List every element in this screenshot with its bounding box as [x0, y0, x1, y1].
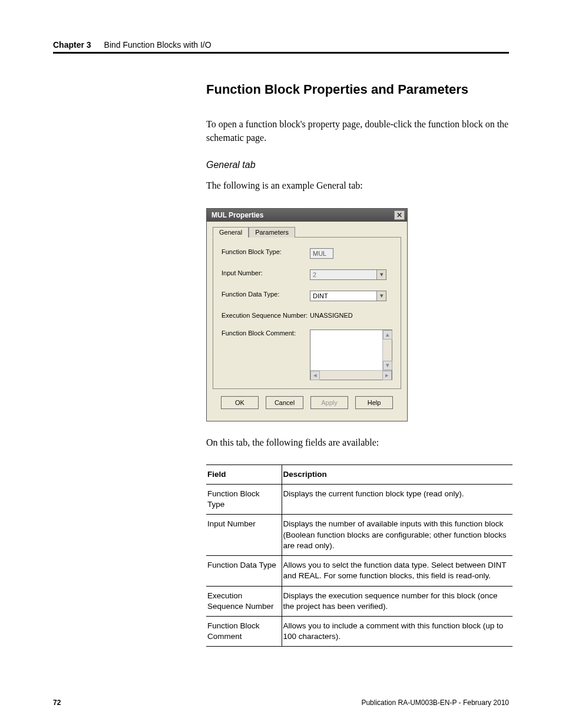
chevron-down-icon[interactable]: ▾ — [376, 291, 386, 301]
tab-parameters[interactable]: Parameters — [249, 227, 295, 238]
fields-table: Field Description Function Block Type Di… — [206, 465, 513, 647]
dialog-title: MUL Properties — [211, 211, 263, 219]
cell-desc: Allows you to include a comment with thi… — [282, 616, 513, 646]
help-button[interactable]: Help — [355, 396, 393, 409]
label-fn-data-type: Function Data Type: — [222, 291, 310, 298]
cell-field: Input Number — [206, 515, 282, 556]
chevron-right-icon[interactable]: ▸ — [382, 371, 392, 380]
dialog-button-row: OK Cancel Apply Help — [213, 389, 401, 415]
general-tab-subhead: General tab — [206, 160, 513, 170]
vertical-scrollbar[interactable]: ▴ ▾ — [382, 330, 392, 370]
section-heading: Function Block Properties and Parameters — [206, 82, 513, 97]
field-input-number: 2 ▾ — [310, 269, 386, 280]
cell-desc: Displays the execution sequence number f… — [282, 586, 513, 616]
cell-field: Execution Sequence Number — [206, 586, 282, 616]
general-tab-lead: The following is an example General tab: — [206, 179, 513, 192]
chapter-label: Chapter 3 — [53, 40, 91, 50]
apply-button: Apply — [310, 396, 348, 409]
page-number: 72 — [53, 699, 61, 707]
cell-desc: Allows you to selct the function data ty… — [282, 556, 513, 586]
header-rule — [53, 52, 509, 54]
field-fb-type: MUL — [310, 248, 333, 259]
cell-desc: Displays the current function block type… — [282, 484, 513, 514]
properties-dialog: MUL Properties ✕ General Parameters Func… — [206, 208, 408, 421]
post-dialog-text: On this tab, the following fields are av… — [206, 436, 513, 449]
dialog-titlebar: MUL Properties ✕ — [207, 209, 407, 222]
chevron-up-icon[interactable]: ▴ — [383, 330, 392, 340]
tab-general[interactable]: General — [213, 227, 249, 238]
intro-paragraph: To open a function block's property page… — [206, 117, 513, 144]
horizontal-scrollbar[interactable]: ◂ ▸ — [310, 370, 392, 380]
table-row: Function Block Type Displays the current… — [206, 484, 513, 514]
field-fb-comment[interactable]: ▴ ▾ ◂ ▸ — [310, 330, 392, 380]
label-fb-comment: Function Block Comment: — [222, 330, 310, 337]
cell-field: Function Block Comment — [206, 616, 282, 646]
chevron-down-icon[interactable]: ▾ — [383, 361, 392, 370]
table-row: Input Number Displays the number of avai… — [206, 515, 513, 556]
page-footer: 72 Publication RA-UM003B-EN-P - February… — [53, 699, 509, 707]
exec-seq-value: UNASSIGNED — [310, 312, 353, 319]
th-description: Description — [282, 465, 513, 484]
cell-field: Function Block Type — [206, 484, 282, 514]
page-header: Chapter 3 Bind Function Blocks with I/O — [53, 40, 509, 50]
chapter-title: Bind Function Blocks with I/O — [104, 40, 211, 50]
dialog-tabstrip: General Parameters — [213, 226, 401, 237]
field-fn-data-type[interactable]: DINT ▾ — [310, 291, 386, 301]
chevron-left-icon[interactable]: ◂ — [310, 371, 320, 380]
chevron-down-icon: ▾ — [376, 270, 386, 279]
label-fb-type: Function Block Type: — [222, 248, 310, 255]
label-input-number: Input Number: — [222, 269, 310, 276]
close-icon[interactable]: ✕ — [394, 210, 405, 220]
publication-info: Publication RA-UM003B-EN-P - February 20… — [361, 699, 509, 707]
general-tab-panel: Function Block Type: MUL Input Number: 2… — [213, 237, 401, 389]
label-exec-seq: Execution Sequence Number: — [222, 312, 310, 319]
cell-field: Function Data Type — [206, 556, 282, 586]
table-row: Execution Sequence Number Displays the e… — [206, 586, 513, 616]
th-field: Field — [206, 465, 282, 484]
input-number-value: 2 — [313, 271, 316, 278]
ok-button[interactable]: OK — [221, 396, 259, 409]
table-row: Function Block Comment Allows you to inc… — [206, 616, 513, 646]
table-row: Function Data Type Allows you to selct t… — [206, 556, 513, 586]
cancel-button[interactable]: Cancel — [266, 396, 303, 409]
fn-data-type-value: DINT — [313, 292, 328, 299]
cell-desc: Displays the number of available inputs … — [282, 515, 513, 556]
